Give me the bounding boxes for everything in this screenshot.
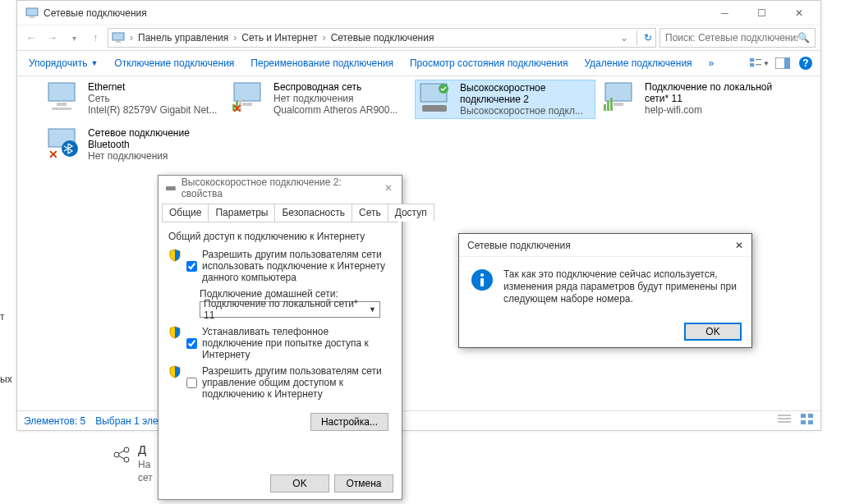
svg-point-0 [114, 452, 119, 457]
tab-security[interactable]: Безопасность [274, 204, 352, 222]
more-button[interactable]: » [702, 54, 721, 72]
connection-bluetooth[interactable]: ✕ Сетевое подключение Bluetooth Нет подк… [44, 126, 224, 165]
app-icon [25, 7, 39, 20]
svg-rect-6 [30, 16, 34, 18]
connection-detail: Intel(R) 82579V Gigabit Net... [88, 104, 217, 116]
info-icon [471, 268, 494, 291]
allow-sharing-label: Разрешить другим пользователям сети испо… [202, 249, 392, 283]
up-button[interactable]: ↑ [86, 29, 104, 47]
lan-icon [602, 81, 638, 114]
chevron-down-icon[interactable]: ⌄ [620, 32, 628, 44]
svg-rect-33 [610, 98, 613, 111]
svg-rect-21 [242, 103, 252, 106]
wifi-icon: ✕ [231, 81, 267, 114]
svg-rect-20 [234, 83, 260, 101]
close-icon[interactable]: ✕ [735, 240, 743, 251]
allow-sharing-checkbox[interactable] [186, 250, 197, 283]
tab-panel-access: Общий доступ к подключению к Интернету Р… [162, 222, 398, 468]
breadcrumb-segment[interactable]: Панель управления [138, 32, 228, 44]
disable-connection-button[interactable]: Отключение подключения [108, 54, 241, 72]
svg-rect-28 [422, 105, 447, 112]
icons-view-button[interactable] [801, 414, 814, 428]
minimize-button[interactable]: ─ [706, 1, 743, 25]
bluetooth-icon: ✕ [45, 127, 81, 160]
tab-parameters[interactable]: Параметры [208, 204, 275, 222]
ok-button[interactable]: OK [684, 323, 742, 341]
svg-rect-42 [801, 420, 806, 424]
breadcrumb-segment[interactable]: Сетевые подключения [331, 32, 434, 44]
connection-lan-11[interactable]: Подключение по локальной сети* 11 help-w… [600, 80, 781, 119]
search-input[interactable]: 🔍 [659, 28, 816, 48]
connection-detail: help-wifi.com [645, 104, 776, 116]
svg-rect-19 [52, 108, 71, 110]
svg-rect-10 [750, 63, 754, 66]
svg-point-46 [480, 273, 484, 277]
connection-detail: Высокоскоростное подкл... [460, 105, 591, 117]
chevron-down-icon: ▼ [369, 305, 376, 314]
connection-wifi[interactable]: ✕ Беспроводная сеть Нет подключения Qual… [229, 80, 410, 119]
titlebar: Сетевые подключения ─ ☐ ✕ [17, 1, 820, 25]
delete-connection-button[interactable]: Удаление подключения [577, 54, 698, 72]
connection-name: Сетевое подключение Bluetooth [88, 127, 223, 150]
view-options-button[interactable]: ▼ [750, 53, 770, 73]
selection-count: Выбран 1 элем [95, 415, 165, 427]
svg-point-2 [124, 457, 129, 462]
properties-dialog: Высокоскоростное подключение 2: свойства… [158, 175, 402, 500]
allow-control-checkbox[interactable] [186, 366, 197, 400]
tab-network[interactable]: Сеть [352, 204, 388, 222]
settings-button[interactable]: Настройка... [310, 413, 388, 431]
svg-rect-17 [48, 83, 75, 101]
maximize-button[interactable]: ☐ [743, 1, 780, 25]
breadcrumb[interactable]: › Панель управления › Сеть и Интернет › … [108, 28, 656, 48]
rename-connection-button[interactable]: Переименование подключения [244, 54, 400, 72]
forward-button[interactable]: → [44, 29, 62, 47]
view-status-button[interactable]: Просмотр состояния подключения [403, 54, 574, 72]
svg-rect-18 [57, 103, 67, 106]
recent-button[interactable]: ▾ [65, 29, 83, 47]
behind-text: т [0, 310, 5, 323]
close-button[interactable]: ✕ [780, 1, 817, 25]
organize-menu[interactable]: Упорядочить▼ [22, 54, 104, 72]
dial-on-demand-label: Устанавливать телефонное подключение при… [202, 326, 392, 360]
connection-detail: Qualcomm Atheros AR900... [273, 104, 398, 116]
cancel-button[interactable]: Отмена [334, 474, 393, 493]
refresh-icon[interactable]: ↻ [644, 32, 652, 44]
svg-rect-29 [605, 83, 632, 101]
behind-text: На [138, 458, 150, 471]
preview-pane-button[interactable] [773, 53, 793, 73]
svg-rect-32 [607, 101, 609, 111]
svg-text:?: ? [802, 57, 808, 69]
connection-ethernet[interactable]: Ethernet Сеть Intel(R) 82579V Gigabit Ne… [44, 80, 224, 119]
ok-button[interactable]: OK [270, 474, 329, 493]
svg-rect-7 [113, 33, 124, 40]
dialog-titlebar: Высокоскоростное подключение 2: свойства… [159, 176, 402, 200]
connection-highspeed-2[interactable]: Высокоскоростное подключение 2 Высокоско… [415, 80, 595, 119]
svg-rect-43 [808, 420, 813, 424]
toolbar: Упорядочить▼ Отключение подключения Пере… [17, 50, 820, 76]
dial-on-demand-checkbox[interactable] [186, 327, 197, 360]
item-count: Элементов: 5 [24, 415, 85, 427]
svg-rect-9 [750, 58, 754, 62]
back-button[interactable]: ← [22, 29, 40, 47]
message-dialog: Сетевые подключения ✕ Так как это подклю… [458, 233, 752, 348]
behind-heading: Д [138, 443, 146, 456]
connection-status: Сеть [88, 93, 217, 104]
ethernet-icon [45, 81, 81, 114]
svg-rect-30 [614, 103, 623, 106]
tab-general[interactable]: Общие [162, 204, 209, 222]
statusbar: Элементов: 5 Выбран 1 элем [17, 410, 820, 430]
close-icon[interactable]: ✕ [382, 181, 395, 195]
home-network-combo[interactable]: Подключение по локальной сети* 11▼ [200, 301, 380, 318]
svg-line-4 [118, 456, 124, 459]
svg-rect-8 [116, 41, 121, 43]
svg-rect-41 [808, 414, 813, 418]
svg-text:✕: ✕ [48, 148, 58, 160]
breadcrumb-segment[interactable]: Сеть и Интернет [241, 32, 317, 44]
tab-access[interactable]: Доступ [388, 204, 434, 222]
help-button[interactable]: ? [796, 53, 816, 73]
svg-rect-5 [26, 8, 38, 16]
svg-text:✕: ✕ [232, 102, 242, 114]
details-view-button[interactable] [778, 414, 791, 428]
svg-rect-44 [166, 186, 176, 190]
svg-rect-40 [801, 414, 806, 418]
